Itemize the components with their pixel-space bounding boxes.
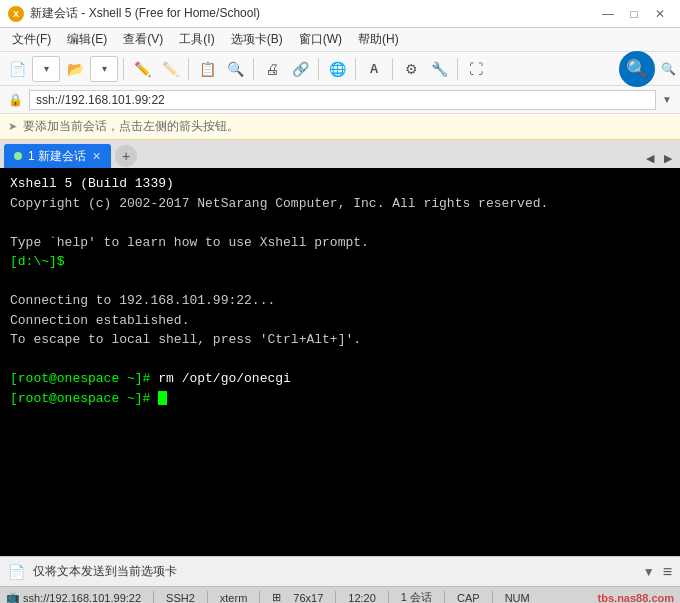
tab-bar: 1 新建会话 ✕ + ◀ ▶	[0, 140, 680, 168]
status-size: 76x17	[293, 592, 323, 604]
window-title: 新建会话 - Xshell 5 (Free for Home/School)	[30, 5, 596, 22]
terminal-line-8: Connection established.	[10, 311, 670, 331]
terminal-line-6	[10, 272, 670, 292]
toolbar-sep4	[318, 58, 319, 80]
minimize-button[interactable]: —	[596, 4, 620, 24]
bottom-bar: 📄 仅将文本发送到当前选项卡 ▼ ≡	[0, 556, 680, 586]
toolbar-sep6	[392, 58, 393, 80]
print-button[interactable]: ✏️	[157, 56, 183, 82]
find-button[interactable]: 🔍	[222, 56, 248, 82]
search-extra[interactable]: 🔍	[661, 62, 676, 76]
menu-help[interactable]: 帮助(H)	[350, 29, 407, 50]
status-sep6	[444, 591, 445, 604]
status-sep5	[388, 591, 389, 604]
close-button[interactable]: ✕	[648, 4, 672, 24]
new-session-button[interactable]: 📄	[4, 56, 30, 82]
status-num: NUM	[505, 592, 530, 604]
maximize-button[interactable]: □	[622, 4, 646, 24]
info-arrow-icon: ➤	[8, 120, 17, 133]
menu-tools[interactable]: 工具(I)	[171, 29, 222, 50]
terminal-line-3	[10, 213, 670, 233]
status-sep7	[492, 591, 493, 604]
status-ssh-text: ssh://192.168.101.99:22	[23, 592, 141, 604]
tab-label: 1 新建会话	[28, 148, 86, 165]
menu-view[interactable]: 查看(V)	[115, 29, 171, 50]
address-input[interactable]	[29, 90, 656, 110]
tab-status-dot	[14, 152, 22, 160]
terminal-line-12: [root@onespace ~]#	[10, 389, 670, 409]
title-bar: X 新建会话 - Xshell 5 (Free for Home/School)…	[0, 0, 680, 28]
options-button[interactable]: 🔧	[426, 56, 452, 82]
terminal-cursor	[158, 391, 167, 405]
menu-bar: 文件(F) 编辑(E) 查看(V) 工具(I) 选项卡(B) 窗口(W) 帮助(…	[0, 28, 680, 52]
terminal-line-7: Connecting to 192.168.101.99:22...	[10, 291, 670, 311]
edit-button[interactable]: ✏️	[129, 56, 155, 82]
terminal-line-11: [root@onespace ~]# rm /opt/go/onecgi	[10, 369, 670, 389]
menu-file[interactable]: 文件(F)	[4, 29, 59, 50]
info-bar: ➤ 要添加当前会话，点击左侧的箭头按钮。	[0, 114, 680, 140]
status-sep2	[207, 591, 208, 604]
search-circle-button[interactable]: 🔍	[619, 51, 655, 87]
print2-button[interactable]: 🖨	[259, 56, 285, 82]
status-ssh: 📺 ssh://192.168.101.99:22	[6, 591, 141, 603]
font-button[interactable]: A	[361, 56, 387, 82]
status-sep3	[259, 591, 260, 604]
terminal-line-1: Xshell 5 (Build 1339)	[10, 174, 670, 194]
bottom-doc-icon: 📄	[8, 564, 25, 580]
tab-add-button[interactable]: +	[115, 145, 137, 167]
terminal-line-10	[10, 350, 670, 370]
terminal-area[interactable]: Xshell 5 (Build 1339) Copyright (c) 2002…	[0, 168, 680, 556]
globe-button[interactable]: 🌐	[324, 56, 350, 82]
toolbar-sep2	[188, 58, 189, 80]
open-dropdown[interactable]: ▾	[90, 56, 118, 82]
toolbar-sep5	[355, 58, 356, 80]
status-bar: 📺 ssh://192.168.101.99:22 SSH2 xterm ⊞ 7…	[0, 586, 680, 603]
terminal-line-2: Copyright (c) 2002-2017 NetSarang Comput…	[10, 194, 670, 214]
status-sep4	[335, 591, 336, 604]
copy-button[interactable]: 📋	[194, 56, 220, 82]
lock-icon: 🔒	[8, 93, 23, 107]
bottom-dropdown[interactable]: ▼	[643, 565, 655, 579]
info-text: 要添加当前会话，点击左侧的箭头按钮。	[23, 118, 239, 135]
watermark: tbs.nas88.com	[598, 592, 674, 604]
tab-close-button[interactable]: ✕	[92, 150, 101, 163]
status-terminal: xterm	[220, 592, 248, 604]
tab-next-button[interactable]: ▶	[660, 150, 676, 166]
status-grid-icon: ⊞	[272, 591, 281, 603]
address-dropdown[interactable]: ▼	[662, 94, 672, 105]
toolbar-sep3	[253, 58, 254, 80]
status-sep1	[153, 591, 154, 604]
tab-nav: ◀ ▶	[642, 150, 676, 166]
toolbar-sep1	[123, 58, 124, 80]
bottom-menu-icon[interactable]: ≡	[663, 563, 672, 581]
fullscreen-button[interactable]: ⛶	[463, 56, 489, 82]
menu-edit[interactable]: 编辑(E)	[59, 29, 115, 50]
address-bar: 🔒 ▼	[0, 86, 680, 114]
menu-tabs[interactable]: 选项卡(B)	[223, 29, 291, 50]
terminal-line-4: Type `help' to learn how to use Xshell p…	[10, 233, 670, 253]
terminal-line-9: To escape to local shell, press 'Ctrl+Al…	[10, 330, 670, 350]
toolbar-sep7	[457, 58, 458, 80]
status-ssh-icon: 📺	[6, 591, 20, 603]
window-controls: — □ ✕	[596, 4, 672, 24]
status-cap: CAP	[457, 592, 480, 604]
status-sessions: 1 会话	[401, 590, 432, 603]
settings-button[interactable]: ⚙	[398, 56, 424, 82]
tab-new-session[interactable]: 1 新建会话 ✕	[4, 144, 111, 168]
app-icon: X	[8, 6, 24, 22]
tab-prev-button[interactable]: ◀	[642, 150, 658, 166]
status-time: 12:20	[348, 592, 376, 604]
connect-button[interactable]: 🔗	[287, 56, 313, 82]
menu-window[interactable]: 窗口(W)	[291, 29, 350, 50]
terminal-content: Xshell 5 (Build 1339) Copyright (c) 2002…	[10, 174, 670, 408]
status-ssh2: SSH2	[166, 592, 195, 604]
toolbar: 📄 ▾ 📂 ▾ ✏️ ✏️ 📋 🔍 🖨 🔗 🌐 A ⚙ 🔧 ⛶ 🔍 🔍	[0, 52, 680, 86]
terminal-line-5: [d:\~]$	[10, 252, 670, 272]
new-dropdown[interactable]: ▾	[32, 56, 60, 82]
bottom-label: 仅将文本发送到当前选项卡	[33, 563, 635, 580]
open-button[interactable]: 📂	[62, 56, 88, 82]
